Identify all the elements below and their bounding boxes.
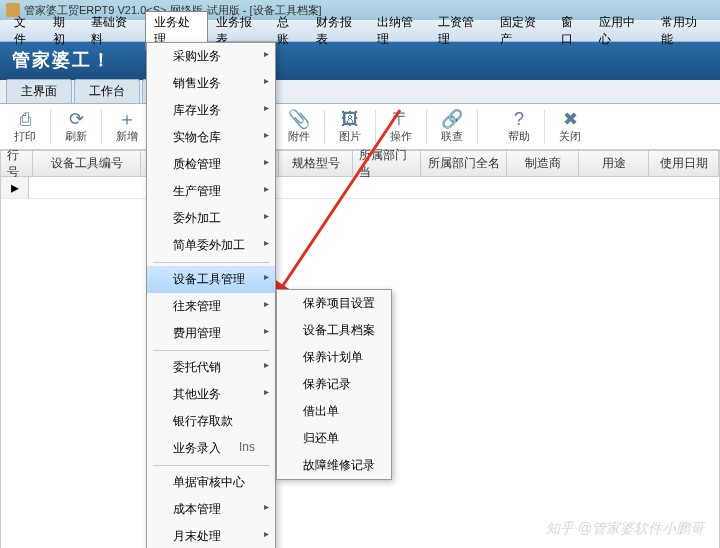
menu-item[interactable]: 借出单 [277,398,391,425]
refresh-button[interactable]: ⟳刷新 [57,107,95,146]
menu-8[interactable]: 工资管理 [430,12,491,50]
menu-item[interactable]: 费用管理 [147,320,275,347]
linkquery-button[interactable]: 🔗联查 [433,107,471,146]
menu-11[interactable]: 应用中心 [591,12,652,50]
menu-item[interactable]: 其他业务 [147,381,275,408]
row-marker-icon: ▸ [1,177,29,198]
refresh-icon: ⟳ [69,109,84,129]
menu-9[interactable]: 固定资产 [492,12,553,50]
menu-item[interactable]: 成本管理 [147,496,275,523]
new-button[interactable]: ＋新增 [108,107,146,146]
menu-item[interactable]: 简单委外加工 [147,232,275,259]
menu-item[interactable]: 销售业务 [147,70,275,97]
menu-item[interactable]: 保养记录 [277,371,391,398]
menu-12[interactable]: 常用功能 [653,12,714,50]
menu-business-dropdown: 采购业务销售业务库存业务实物仓库质检管理生产管理委外加工简单委外加工设备工具管理… [146,42,276,548]
help-icon: ? [514,109,524,129]
menu-bar: 文件期初基础资料业务处理业务报表总账财务报表出纳管理工资管理固定资产窗口应用中心… [0,20,720,42]
column-header[interactable]: 所属部门全名 [421,151,507,176]
column-header[interactable]: 设备工具编号 [33,151,141,176]
close-button[interactable]: ✖关闭 [551,107,589,146]
toolbar: ⎙打印 ⟳刷新 ＋新增 📎附件 🖼图片 〒操作 🔗联查 ?帮助 ✖关闭 [0,104,720,150]
menu-7[interactable]: 出纳管理 [369,12,430,50]
link-icon: 🔗 [441,109,463,129]
image-button[interactable]: 🖼图片 [331,107,369,146]
column-header[interactable]: 制造商 [507,151,579,176]
menu-item[interactable]: 归还单 [277,425,391,452]
menu-6[interactable]: 财务报表 [308,12,369,50]
menu-item[interactable]: 生产管理 [147,178,275,205]
menu-item[interactable]: 业务录入Ins [147,435,275,462]
menu-item[interactable]: 故障维修记录 [277,452,391,479]
watermark: 知乎 @管家婆软件小鹏哥 [546,520,704,538]
menu-2[interactable]: 基础资料 [83,12,144,50]
attach-icon: 📎 [288,109,310,129]
tab-0[interactable]: 主界面 [6,79,72,103]
menu-item[interactable]: 库存业务 [147,97,275,124]
menu-item[interactable]: 设备工具管理 [147,266,275,293]
tab-bar: 主界面工作台设 [0,80,720,104]
grid-header: 行号设备工具编号规格型号所属部门当所属部门全名制造商用途使用日期 [1,151,719,177]
menu-item[interactable]: 月末处理 [147,523,275,548]
menu-10[interactable]: 窗口 [553,12,592,50]
menu-item[interactable]: 实物仓库 [147,124,275,151]
column-header[interactable]: 行号 [1,151,33,176]
tab-1[interactable]: 工作台 [74,79,140,103]
plus-icon: ＋ [118,109,136,129]
column-header[interactable]: 规格型号 [279,151,353,176]
menu-item[interactable]: 设备工具档案 [277,317,391,344]
menu-0[interactable]: 文件 [6,12,45,50]
menu-item[interactable]: 保养项目设置 [277,290,391,317]
operate-button[interactable]: 〒操作 [382,107,420,146]
close-icon: ✖ [563,109,578,129]
column-header[interactable]: 用途 [579,151,649,176]
column-header[interactable]: 所属部门当 [353,151,421,176]
menu-item[interactable]: 委外加工 [147,205,275,232]
submenu-equipment-dropdown: 保养项目设置设备工具档案保养计划单保养记录借出单归还单故障维修记录 [276,289,392,480]
menu-item[interactable]: 委托代销 [147,354,275,381]
print-icon: ⎙ [20,109,31,129]
menu-item[interactable]: 质检管理 [147,151,275,178]
operate-icon: 〒 [392,109,410,129]
menu-item[interactable]: 往来管理 [147,293,275,320]
menu-item[interactable]: 银行存取款 [147,408,275,435]
print-button[interactable]: ⎙打印 [6,107,44,146]
help-button[interactable]: ?帮助 [500,107,538,146]
menu-item[interactable]: 单据审核中心 [147,469,275,496]
menu-item[interactable]: 采购业务 [147,43,275,70]
menu-1[interactable]: 期初 [45,12,84,50]
image-icon: 🖼 [341,109,359,129]
column-header[interactable]: 使用日期 [649,151,719,176]
attach-button[interactable]: 📎附件 [280,107,318,146]
menu-item[interactable]: 保养计划单 [277,344,391,371]
